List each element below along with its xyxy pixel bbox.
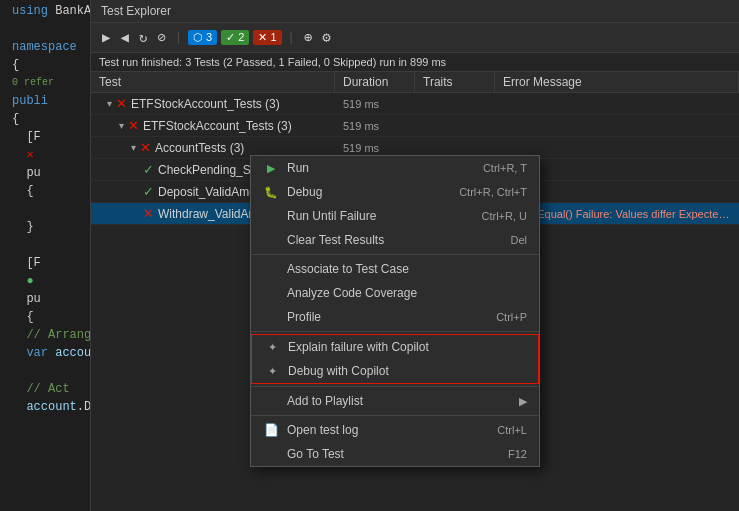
run-button[interactable]: ▶ — [99, 27, 113, 48]
back-button[interactable]: ◀ — [117, 27, 131, 48]
code-line-21 — [2, 362, 90, 380]
code-line-4: { — [2, 56, 90, 74]
test-label: ETFStockAccount_Tests (3) — [143, 119, 292, 133]
expand-icon: ▾ — [119, 120, 124, 131]
table-header: Test Duration Traits Error Message — [91, 72, 739, 93]
code-line-15: [F — [2, 254, 90, 272]
menu-item-clear[interactable]: Clear Test Results Del — [251, 228, 539, 252]
code-line-14 — [2, 236, 90, 254]
code-panel: using BankAccountNS: namespace { 0 refer… — [0, 0, 90, 511]
table-row[interactable]: ▾ ✕ ETFStockAccount_Tests (3) 519 ms — [91, 115, 739, 137]
code-line-2 — [2, 20, 90, 38]
arrow-playlist: ▶ — [519, 395, 527, 408]
shortcut-run-until: Ctrl+R, U — [481, 210, 527, 222]
run-menu-icon: ▶ — [263, 162, 279, 175]
menu-item-associate[interactable]: Associate to Test Case — [251, 257, 539, 281]
code-line-1: using BankAccountNS: — [2, 2, 90, 20]
menu-label-playlist: Add to Playlist — [287, 394, 363, 408]
menu-label-debug-copilot: Debug with Copilot — [288, 364, 389, 378]
sep-2: | — [288, 31, 295, 45]
code-line-16: ● — [2, 272, 90, 290]
shortcut-debug: Ctrl+R, Ctrl+T — [459, 186, 527, 198]
menu-label-run-until: Run Until Failure — [287, 209, 376, 223]
test-label: AccountTests (3) — [155, 141, 244, 155]
menu-label-analyze: Analyze Code Coverage — [287, 286, 417, 300]
menu-label-profile: Profile — [287, 310, 321, 324]
menu-separator-1 — [251, 254, 539, 255]
options-button[interactable]: ⚙ — [319, 27, 333, 48]
menu-item-playlist[interactable]: Add to Playlist ▶ — [251, 389, 539, 413]
shortcut-profile: Ctrl+P — [496, 311, 527, 323]
copilot-icon-2: ✦ — [264, 365, 280, 378]
toolbar: ▶ ◀ ↻ ⊘ | ⬡ 3 ✓ 2 ✕ 1 | ⊕ ⚙ — [91, 23, 739, 53]
filter-button[interactable]: ⊘ — [154, 27, 168, 48]
menu-item-run-until-failure[interactable]: Run Until Failure Ctrl+R, U — [251, 204, 539, 228]
menu-item-goto[interactable]: Go To Test F12 — [251, 442, 539, 466]
badge-failed[interactable]: ✕ 1 — [253, 30, 281, 45]
code-line-6: publi — [2, 92, 90, 110]
test-duration-1: 519 ms — [335, 98, 415, 110]
col-error: Error Message — [495, 72, 739, 92]
status-bar: Test run finished: 3 Tests (2 Passed, 1 … — [91, 53, 739, 72]
menu-label-goto: Go To Test — [287, 447, 344, 461]
code-line-18: { — [2, 308, 90, 326]
fail-icon: ✕ — [116, 96, 127, 111]
code-line-11: { — [2, 182, 90, 200]
menu-label-run: Run — [287, 161, 309, 175]
debug-menu-icon: 🐛 — [263, 186, 279, 199]
shortcut-goto: F12 — [508, 448, 527, 460]
context-menu: ▶ Run Ctrl+R, T 🐛 Debug Ctrl+R, Ctrl+T R… — [250, 155, 540, 467]
code-line-23: account.Deposit(200); — [2, 398, 90, 416]
code-line-20: var account = new Acc — [2, 344, 90, 362]
menu-item-explain-copilot[interactable]: ✦ Explain failure with Copilot — [252, 335, 538, 359]
table-row[interactable]: ▾ ✕ ETFStockAccount_Tests (3) 519 ms — [91, 93, 739, 115]
shortcut-log: Ctrl+L — [497, 424, 527, 436]
menu-item-open-log[interactable]: 📄 Open test log Ctrl+L — [251, 418, 539, 442]
col-test: Test — [91, 72, 335, 92]
expand-icon: ▾ — [131, 142, 136, 153]
refresh-button[interactable]: ↻ — [136, 27, 150, 48]
menu-separator-2 — [251, 331, 539, 332]
expand-icon: ▾ — [107, 98, 112, 109]
code-line-12 — [2, 200, 90, 218]
col-duration: Duration — [335, 72, 415, 92]
menu-label-associate: Associate to Test Case — [287, 262, 409, 276]
badge-passed[interactable]: ✓ 2 — [221, 30, 249, 45]
test-duration-2: 519 ms — [335, 120, 415, 132]
code-line-3: namespace — [2, 38, 90, 56]
menu-item-analyze[interactable]: Analyze Code Coverage — [251, 281, 539, 305]
code-line-7: { — [2, 110, 90, 128]
menu-item-run[interactable]: ▶ Run Ctrl+R, T — [251, 156, 539, 180]
menu-separator-3 — [251, 386, 539, 387]
code-line-8: [F — [2, 128, 90, 146]
test-name-2: ▾ ✕ ETFStockAccount_Tests (3) — [91, 118, 335, 133]
shortcut-clear: Del — [510, 234, 527, 246]
badge-total[interactable]: ⬡ 3 — [188, 30, 217, 45]
shortcut-run: Ctrl+R, T — [483, 162, 527, 174]
code-line-9: ✕ — [2, 146, 90, 164]
pass-icon: ✓ — [143, 184, 154, 199]
fail-icon: ✕ — [140, 140, 151, 155]
menu-label-clear: Clear Test Results — [287, 233, 384, 247]
menu-label-explain: Explain failure with Copilot — [288, 340, 429, 354]
pass-icon: ✓ — [143, 162, 154, 177]
copilot-section: ✦ Explain failure with Copilot ✦ Debug w… — [251, 334, 539, 384]
test-name-1: ▾ ✕ ETFStockAccount_Tests (3) — [91, 96, 335, 111]
playlist-button[interactable]: ⊕ — [301, 27, 315, 48]
code-line-10: pu — [2, 164, 90, 182]
menu-label-debug: Debug — [287, 185, 322, 199]
code-line-13: } — [2, 218, 90, 236]
menu-separator-4 — [251, 415, 539, 416]
fail-icon: ✕ — [143, 206, 154, 221]
fail-icon: ✕ — [128, 118, 139, 133]
menu-label-log: Open test log — [287, 423, 358, 437]
menu-item-debug[interactable]: 🐛 Debug Ctrl+R, Ctrl+T — [251, 180, 539, 204]
menu-item-profile[interactable]: Profile Ctrl+P — [251, 305, 539, 329]
test-label: ETFStockAccount_Tests (3) — [131, 97, 280, 111]
log-icon: 📄 — [263, 423, 279, 437]
sep-1: | — [175, 31, 182, 45]
code-line-22: // Act — [2, 380, 90, 398]
test-name-3: ▾ ✕ AccountTests (3) — [91, 140, 335, 155]
menu-item-debug-copilot[interactable]: ✦ Debug with Copilot — [252, 359, 538, 383]
code-line-17: pu — [2, 290, 90, 308]
